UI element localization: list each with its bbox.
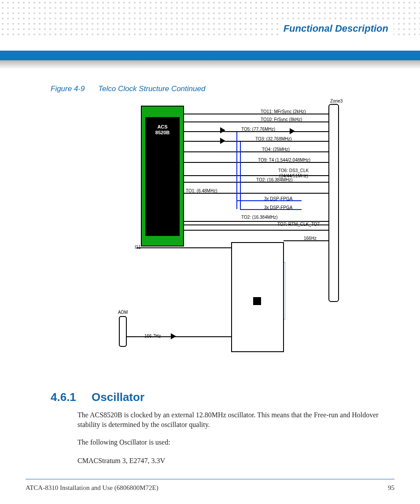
header-bar (0, 51, 420, 60)
chip-label: ACS 8520B (149, 124, 176, 136)
section-title: Oscillator (92, 390, 144, 404)
label-to4: TO4: (25MHz) (262, 147, 290, 152)
line-to4 (184, 151, 329, 152)
label-166hz: 166Hz (304, 236, 317, 241)
label-to9: TO9: T4 (1.544/2.048MHz) (258, 158, 310, 162)
section-heading: 4.6.1 Oscillator (51, 390, 144, 404)
line-raw1 (184, 230, 329, 231)
adm-block (119, 316, 127, 347)
section-number: 4.6.1 (51, 390, 76, 404)
label-i11: I11 (135, 245, 141, 250)
label-to2b: TO2: (16.384MHz) (241, 215, 278, 220)
label-to10: TO10: FrSync (8kHz) (261, 117, 302, 122)
label-to2a: TO2: (16.384MHz) (256, 177, 293, 182)
paragraph: The following Oscillator is used: (77, 438, 393, 447)
zone3-block (328, 104, 339, 302)
blue-v2 (240, 142, 241, 209)
label-to3: TO3: (32.768MHz) (255, 136, 292, 141)
line-to10 (184, 121, 329, 122)
label-to7: TO7: RTM_CLK_TO7 (277, 222, 320, 227)
paragraph: The ACS8520B is clocked by an external 1… (77, 410, 393, 430)
figure-caption: Figure 4-9 Telco Clock Structure Continu… (51, 85, 205, 93)
label-to11: TO11: MFrSync (2kHz) (261, 109, 306, 114)
label-to1: TO1: (6.48MHz) (186, 188, 217, 193)
small-black-box (253, 297, 261, 305)
line-to11 (184, 114, 329, 114)
line-adm (127, 336, 232, 337)
page-number: 95 (388, 484, 394, 492)
label-to6a: TO6: DS3_CLK (278, 168, 309, 173)
buffer-icon (221, 138, 225, 143)
blue-v1 (236, 132, 237, 209)
diagram: ACS 8520B Zone3 TO11: MFrSync (2kHz) TO1… (110, 101, 357, 361)
footer-doc: ATCA-8310 Installation and Use (6806800M… (26, 484, 158, 492)
label-dsp2: 3x DSP-FPGA (264, 205, 292, 210)
label-zone3: Zone3 (330, 99, 343, 103)
paragraph: CMACStratum 3, E2747, 3.3V (77, 456, 393, 466)
label-to5: TO5: (77.76MHz) (241, 127, 275, 132)
footer-rule (26, 479, 394, 479)
label-dsp1: 3x DSP-FPGA (264, 196, 292, 201)
figure-label: Figure 4-9 (51, 85, 85, 93)
label-166-7hz: 166.7Hz (144, 334, 161, 338)
chapter-title: Functional Description (278, 21, 394, 36)
figure-title: Telco Clock Structure Continued (98, 85, 205, 93)
label-adm: ADM (118, 310, 128, 315)
line-i11 (136, 247, 232, 248)
buffer-icon (291, 129, 295, 134)
header-shadow (0, 60, 420, 69)
buffer-icon (221, 128, 225, 133)
